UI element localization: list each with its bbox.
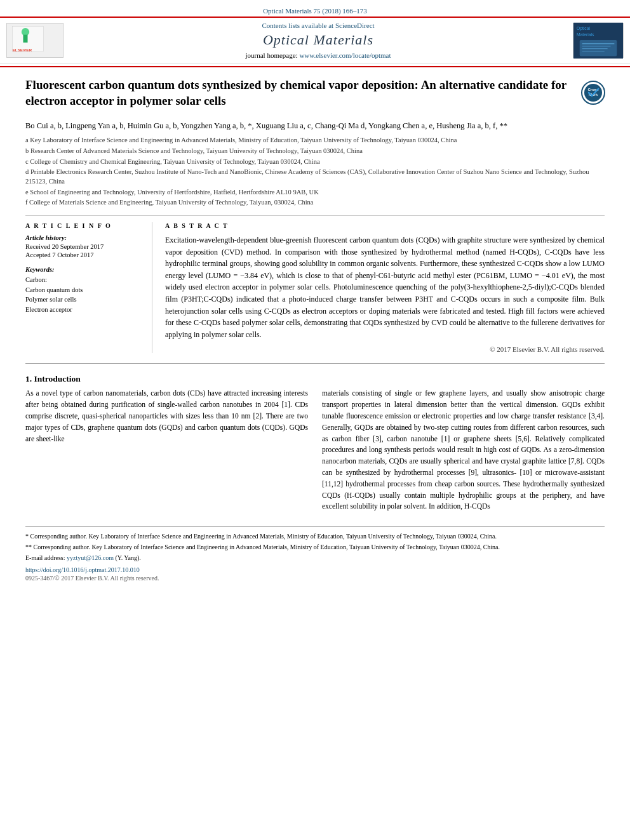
authors-line: Bo Cui a, b, Lingpeng Yan a, b, Huimin G…: [25, 120, 605, 132]
footnote-email: E-mail address: yyztyut@126.com (Y. Yang…: [25, 554, 605, 563]
keyword-3: Polymer solar cells: [25, 295, 143, 305]
article-title: Fluorescent carbon quantum dots synthesi…: [25, 77, 580, 109]
section1-heading: Introduction: [34, 374, 81, 383]
body-col-right: materials consisting of single or few gr…: [322, 388, 605, 517]
journal-ref-line: Optical Materials 75 (2018) 166–173: [0, 5, 630, 18]
affiliation-f: f College of Materials Science and Engin…: [25, 198, 605, 208]
abstract-section: A B S T R A C T Excitation-wavelength-de…: [165, 222, 605, 353]
keywords-list: Carbon: Carbon quantum dots Polymer sola…: [25, 275, 143, 315]
body-columns: As a novel type of carbon nanomaterials,…: [25, 388, 605, 517]
article-info-abstract: A R T I C L E I N F O Article history: R…: [25, 215, 605, 353]
footnote-star2: ** Corresponding author. Key Laboratory …: [25, 543, 605, 552]
homepage-label: journal homepage:: [246, 51, 298, 59]
svg-point-1: [22, 28, 29, 36]
journal-banner: ELSEVIER Contents lists available at Sci…: [0, 18, 630, 63]
affiliations: a Key Laboratory of Interface Science an…: [25, 136, 605, 208]
footnotes-section: * Corresponding author. Key Laboratory o…: [25, 526, 605, 563]
section1-title: 1. Introduction: [25, 374, 605, 384]
affiliation-d: d Printable Electronics Research Center,…: [25, 168, 605, 186]
svg-text:ELSEVIER: ELSEVIER: [13, 48, 32, 52]
affiliation-a: a Key Laboratory of Interface Science an…: [25, 136, 605, 145]
email-name: (Y. Yang).: [115, 554, 140, 561]
homepage-link[interactable]: www.elsevier.com/locate/optmat: [299, 51, 391, 59]
section1-number: 1.: [25, 374, 32, 383]
journal-ref-text: Optical Materials 75 (2018) 166–173: [263, 7, 367, 15]
svg-text:Optical: Optical: [577, 26, 591, 31]
main-content: Fluorescent carbon quantum dots synthesi…: [0, 67, 630, 594]
email-link[interactable]: yyztyut@126.com: [67, 554, 114, 561]
doi-link[interactable]: https://doi.org/10.1016/j.optmat.2017.10…: [25, 566, 140, 573]
abstract-text: Excitation-wavelength-dependent blue-gre…: [165, 234, 605, 340]
svg-rect-2: [23, 35, 27, 43]
accepted-date: Accepted 7 October 2017: [25, 251, 143, 258]
homepage-line: journal homepage: www.elsevier.com/locat…: [64, 51, 573, 59]
issn-line: 0925-3467/© 2017 Elsevier B.V. All right…: [25, 575, 605, 582]
doi-line[interactable]: https://doi.org/10.1016/j.optmat.2017.10…: [25, 566, 605, 573]
keywords-label: Keywords:: [25, 266, 143, 273]
body-divider: [25, 363, 605, 364]
journal-header: Optical Materials 75 (2018) 166–173 ELSE…: [0, 0, 630, 67]
footnote-star1: * Corresponding author. Key Laboratory o…: [25, 532, 605, 541]
svg-rect-7: [580, 40, 617, 56]
abstract-heading: A B S T R A C T: [165, 222, 605, 229]
article-info: A R T I C L E I N F O Article history: R…: [25, 222, 152, 353]
keyword-1: Carbon:: [25, 275, 143, 285]
crossmark-badge: Cross Mark: [580, 80, 605, 104]
journal-title-center: Contents lists available at ScienceDirec…: [64, 22, 573, 59]
svg-text:Materials: Materials: [577, 32, 594, 37]
copyright-line: © 2017 Elsevier B.V. All rights reserved…: [165, 345, 605, 353]
article-title-section: Fluorescent carbon quantum dots synthesi…: [25, 77, 605, 114]
body-col-left: As a novel type of carbon nanomaterials,…: [25, 388, 308, 517]
received-date: Received 20 September 2017: [25, 243, 143, 250]
keyword-2: Carbon quantum dots: [25, 285, 143, 295]
email-label: E-mail address:: [25, 554, 67, 561]
journal-thumbnail: Optical Materials: [573, 23, 624, 58]
body-text-right: materials consisting of single or few gr…: [322, 388, 605, 512]
journal-title: Optical Materials: [64, 32, 573, 48]
body-text-left: As a novel type of carbon nanomaterials,…: [25, 388, 308, 444]
elsevier-logo: ELSEVIER: [6, 23, 64, 58]
article-history-label: Article history:: [25, 234, 143, 241]
article-info-heading: A R T I C L E I N F O: [25, 222, 143, 229]
keyword-4: Electron acceptor: [25, 305, 143, 315]
affiliation-b: b Research Center of Advanced Materials …: [25, 147, 605, 156]
contents-available: Contents lists available at ScienceDirec…: [64, 22, 573, 29]
affiliation-e: e School of Engineering and Technology, …: [25, 188, 605, 197]
affiliation-c: c College of Chemistry and Chemical Engi…: [25, 157, 605, 167]
